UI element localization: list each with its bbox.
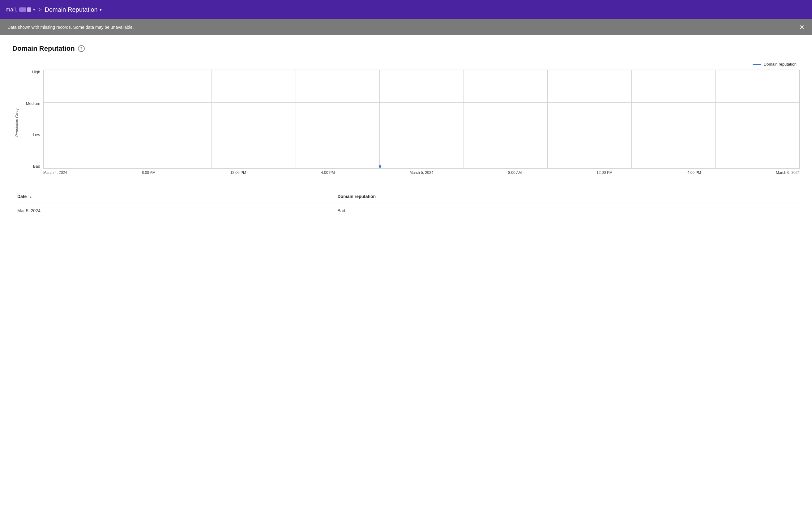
legend-label: Domain reputation bbox=[764, 62, 797, 67]
chart-legend: Domain reputation bbox=[12, 62, 800, 67]
grid-line-low bbox=[44, 135, 799, 135]
v-grid-5 bbox=[463, 70, 464, 168]
x-label-8: March 6, 2024 bbox=[776, 170, 800, 175]
v-grid-7 bbox=[631, 70, 632, 168]
grid-line-medium bbox=[44, 102, 799, 103]
legend-line bbox=[753, 64, 761, 65]
col-date-label: Date bbox=[17, 194, 27, 199]
domain-rep-caret: ▾ bbox=[99, 7, 102, 12]
x-label-0: March 4, 2024 bbox=[43, 170, 67, 175]
col-domain-reputation: Domain reputation bbox=[333, 190, 800, 203]
x-label-4: March 5, 2024 bbox=[410, 170, 434, 175]
chart-wrapper: Reputation Group High Medium Low Bad bbox=[12, 70, 800, 175]
x-label-3: 4:00 PM bbox=[321, 170, 335, 175]
x-label-1: 8:00 AM bbox=[142, 170, 155, 175]
v-grid-6 bbox=[547, 70, 548, 168]
v-grid-3 bbox=[296, 70, 296, 168]
domain-reputation-breadcrumb[interactable]: Domain Reputation ▾ bbox=[45, 6, 102, 13]
y-tick-high: High bbox=[23, 70, 40, 74]
chart-section: Domain reputation Reputation Group High … bbox=[12, 62, 800, 175]
domain-rep-label: Domain Reputation bbox=[45, 6, 98, 13]
x-label-5: 8:00 AM bbox=[508, 170, 522, 175]
chart-area: High Medium Low Bad bbox=[23, 70, 800, 169]
v-grid-2 bbox=[212, 70, 212, 168]
table-row: Mar 5, 2024 Bad bbox=[12, 203, 800, 218]
sort-icon-date: ▲ bbox=[29, 195, 32, 199]
y-tick-low: Low bbox=[23, 132, 40, 137]
table-section: Date ▲ Domain reputation Mar 5, 2024 Bad bbox=[12, 190, 800, 218]
v-grid-4 bbox=[379, 70, 380, 168]
x-label-6: 12:00 PM bbox=[596, 170, 612, 175]
warning-message: Data shown with missing records. Some da… bbox=[7, 25, 134, 30]
mail-caret: ▾ bbox=[33, 7, 35, 12]
x-label-2: 12:00 PM bbox=[230, 170, 246, 175]
chart-grid bbox=[43, 70, 800, 169]
y-axis-ticks: High Medium Low Bad bbox=[23, 70, 43, 169]
grid-line-top bbox=[44, 70, 799, 70]
v-grid-1 bbox=[128, 70, 128, 168]
x-label-7: 4:00 PM bbox=[687, 170, 701, 175]
data-point-1 bbox=[379, 165, 381, 168]
page-content: Domain Reputation ? Domain reputation Re… bbox=[0, 35, 812, 227]
warning-close-button[interactable]: ✕ bbox=[799, 24, 805, 31]
warning-banner: Data shown with missing records. Some da… bbox=[0, 19, 812, 35]
y-axis-label-container: Reputation Group bbox=[12, 70, 21, 175]
table-header: Date ▲ Domain reputation bbox=[12, 190, 800, 203]
col-domain-reputation-label: Domain reputation bbox=[338, 194, 376, 199]
page-title-row: Domain Reputation ? bbox=[12, 45, 800, 53]
table-body: Mar 5, 2024 Bad bbox=[12, 203, 800, 218]
y-axis-label: Reputation Group bbox=[15, 108, 19, 137]
top-nav: mail. ▾ > Domain Reputation ▾ bbox=[0, 0, 812, 19]
cell-reputation: Bad bbox=[333, 203, 800, 218]
data-table: Date ▲ Domain reputation Mar 5, 2024 Bad bbox=[12, 190, 800, 218]
mail-breadcrumb[interactable]: mail. ▾ bbox=[6, 6, 35, 13]
col-date[interactable]: Date ▲ bbox=[12, 190, 333, 203]
mail-dot-1 bbox=[19, 7, 26, 12]
page-title: Domain Reputation bbox=[12, 45, 75, 53]
breadcrumb-separator-1: > bbox=[38, 6, 42, 13]
y-tick-bad: Bad bbox=[23, 164, 40, 169]
help-icon[interactable]: ? bbox=[78, 45, 85, 52]
mail-dot-2 bbox=[27, 7, 31, 12]
v-grid-8 bbox=[715, 70, 716, 168]
x-axis-labels: March 4, 2024 8:00 AM 12:00 PM 4:00 PM M… bbox=[23, 169, 800, 175]
mail-dot-block bbox=[19, 7, 31, 12]
mail-label: mail. bbox=[6, 6, 17, 13]
chart-inner: High Medium Low Bad bbox=[23, 70, 800, 175]
x-axis-flex: March 4, 2024 8:00 AM 12:00 PM 4:00 PM M… bbox=[43, 170, 800, 175]
cell-date: Mar 5, 2024 bbox=[12, 203, 333, 218]
table-header-row: Date ▲ Domain reputation bbox=[12, 190, 800, 203]
y-tick-medium: Medium bbox=[23, 101, 40, 106]
